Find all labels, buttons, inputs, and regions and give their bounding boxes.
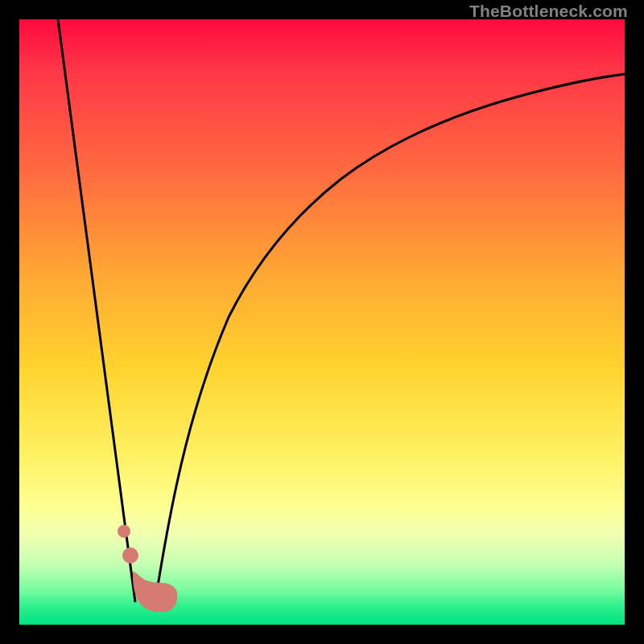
left-line (58, 19, 135, 602)
curve-layer (19, 19, 625, 625)
watermark-text: TheBottleneck.com (469, 2, 628, 21)
salmon-marker (118, 525, 177, 612)
salmon-blob (133, 572, 177, 612)
salmon-dot-1 (118, 525, 130, 538)
plot-area (19, 19, 625, 625)
chart-frame: TheBottleneck.com (0, 0, 644, 644)
right-curve (155, 74, 625, 605)
salmon-dot-2 (122, 547, 138, 564)
